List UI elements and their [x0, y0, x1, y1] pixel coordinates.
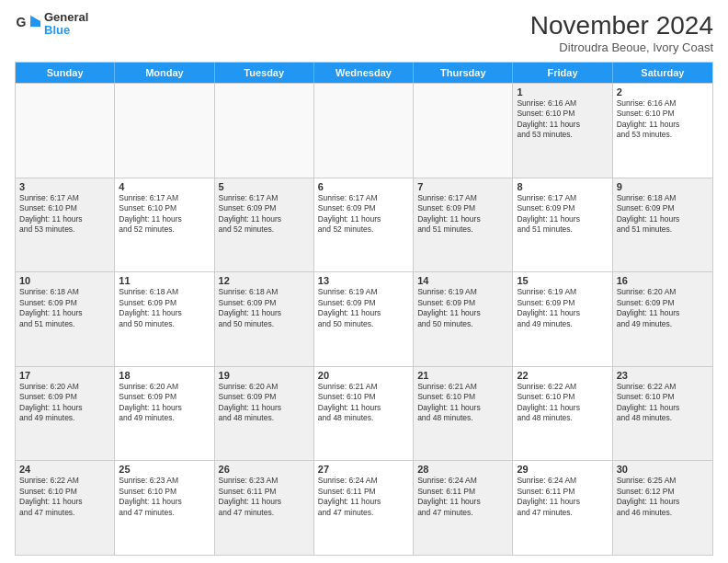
day-number: 24 [19, 464, 110, 475]
day-number: 15 [517, 275, 608, 286]
day-number: 30 [617, 464, 709, 475]
empty-cell [16, 84, 115, 178]
day-number: 19 [219, 370, 310, 381]
header-cell-monday: Monday [115, 63, 214, 83]
day-number: 18 [119, 370, 210, 381]
day-number: 2 [617, 86, 709, 98]
day-cell-1: 1Sunrise: 6:16 AM Sunset: 6:10 PM Daylig… [513, 84, 612, 178]
page: G General Blue November 2024 Ditroudra B… [0, 0, 728, 563]
week-row-2: 3Sunrise: 6:17 AM Sunset: 6:10 PM Daylig… [16, 178, 712, 272]
week-row-1: 1Sunrise: 6:16 AM Sunset: 6:10 PM Daylig… [16, 83, 712, 178]
day-cell-18: 18Sunrise: 6:20 AM Sunset: 6:09 PM Dayli… [115, 367, 214, 461]
day-cell-16: 16Sunrise: 6:20 AM Sunset: 6:09 PM Dayli… [613, 272, 712, 366]
day-info: Sunrise: 6:17 AM Sunset: 6:09 PM Dayligh… [318, 193, 409, 236]
title-block: November 2024 Ditroudra Beoue, Ivory Coa… [530, 11, 713, 54]
day-info: Sunrise: 6:22 AM Sunset: 6:10 PM Dayligh… [517, 382, 608, 424]
day-cell-19: 19Sunrise: 6:20 AM Sunset: 6:09 PM Dayli… [215, 367, 314, 461]
day-cell-4: 4Sunrise: 6:17 AM Sunset: 6:10 PM Daylig… [115, 178, 214, 272]
day-cell-30: 30Sunrise: 6:25 AM Sunset: 6:12 PM Dayli… [613, 461, 712, 555]
day-cell-3: 3Sunrise: 6:17 AM Sunset: 6:10 PM Daylig… [16, 178, 115, 272]
day-number: 8 [517, 181, 608, 192]
day-info: Sunrise: 6:17 AM Sunset: 6:10 PM Dayligh… [119, 193, 210, 236]
day-cell-14: 14Sunrise: 6:19 AM Sunset: 6:09 PM Dayli… [414, 272, 513, 366]
day-number: 29 [517, 464, 608, 475]
day-cell-5: 5Sunrise: 6:17 AM Sunset: 6:09 PM Daylig… [215, 178, 314, 272]
day-info: Sunrise: 6:25 AM Sunset: 6:12 PM Dayligh… [617, 476, 709, 518]
logo-text: General Blue [44, 11, 88, 38]
day-info: Sunrise: 6:18 AM Sunset: 6:09 PM Dayligh… [19, 287, 110, 329]
day-info: Sunrise: 6:23 AM Sunset: 6:10 PM Dayligh… [119, 476, 210, 518]
calendar-body: 1Sunrise: 6:16 AM Sunset: 6:10 PM Daylig… [16, 83, 712, 555]
day-cell-23: 23Sunrise: 6:22 AM Sunset: 6:10 PM Dayli… [613, 367, 712, 461]
day-cell-27: 27Sunrise: 6:24 AM Sunset: 6:11 PM Dayli… [314, 461, 414, 555]
day-cell-25: 25Sunrise: 6:23 AM Sunset: 6:10 PM Dayli… [115, 461, 214, 555]
header-cell-tuesday: Tuesday [215, 63, 314, 83]
day-number: 10 [19, 275, 110, 286]
day-info: Sunrise: 6:16 AM Sunset: 6:10 PM Dayligh… [517, 98, 608, 141]
day-info: Sunrise: 6:17 AM Sunset: 6:09 PM Dayligh… [417, 193, 508, 236]
day-number: 13 [318, 275, 409, 286]
day-info: Sunrise: 6:16 AM Sunset: 6:10 PM Dayligh… [617, 98, 709, 141]
calendar: SundayMondayTuesdayWednesdayThursdayFrid… [15, 62, 713, 556]
day-info: Sunrise: 6:20 AM Sunset: 6:09 PM Dayligh… [119, 382, 210, 424]
day-cell-21: 21Sunrise: 6:21 AM Sunset: 6:10 PM Dayli… [414, 367, 513, 461]
day-cell-12: 12Sunrise: 6:18 AM Sunset: 6:09 PM Dayli… [215, 272, 314, 366]
empty-cell [115, 84, 214, 178]
day-cell-11: 11Sunrise: 6:18 AM Sunset: 6:09 PM Dayli… [115, 272, 214, 366]
day-info: Sunrise: 6:17 AM Sunset: 6:09 PM Dayligh… [219, 193, 310, 236]
svg-rect-3 [30, 21, 40, 27]
day-info: Sunrise: 6:19 AM Sunset: 6:09 PM Dayligh… [417, 287, 508, 329]
header-cell-thursday: Thursday [414, 63, 513, 83]
logo: G General Blue [15, 11, 88, 38]
day-info: Sunrise: 6:18 AM Sunset: 6:09 PM Dayligh… [617, 193, 709, 236]
day-number: 17 [19, 370, 110, 381]
day-cell-9: 9Sunrise: 6:18 AM Sunset: 6:09 PM Daylig… [613, 178, 712, 272]
day-cell-28: 28Sunrise: 6:24 AM Sunset: 6:11 PM Dayli… [414, 461, 513, 555]
day-number: 26 [219, 464, 310, 475]
day-info: Sunrise: 6:18 AM Sunset: 6:09 PM Dayligh… [119, 287, 210, 329]
day-number: 3 [19, 181, 110, 192]
header: G General Blue November 2024 Ditroudra B… [15, 11, 713, 54]
day-number: 6 [318, 181, 409, 192]
day-info: Sunrise: 6:24 AM Sunset: 6:11 PM Dayligh… [517, 476, 608, 518]
day-number: 11 [119, 275, 210, 286]
day-number: 14 [417, 275, 508, 286]
day-number: 5 [219, 181, 310, 192]
day-info: Sunrise: 6:23 AM Sunset: 6:11 PM Dayligh… [219, 476, 310, 518]
calendar-header: SundayMondayTuesdayWednesdayThursdayFrid… [16, 63, 712, 83]
day-cell-26: 26Sunrise: 6:23 AM Sunset: 6:11 PM Dayli… [215, 461, 314, 555]
month-title: November 2024 [530, 11, 713, 40]
day-cell-8: 8Sunrise: 6:17 AM Sunset: 6:09 PM Daylig… [513, 178, 612, 272]
day-info: Sunrise: 6:19 AM Sunset: 6:09 PM Dayligh… [318, 287, 409, 329]
day-cell-29: 29Sunrise: 6:24 AM Sunset: 6:11 PM Dayli… [513, 461, 612, 555]
day-info: Sunrise: 6:17 AM Sunset: 6:09 PM Dayligh… [517, 193, 608, 236]
day-cell-17: 17Sunrise: 6:20 AM Sunset: 6:09 PM Dayli… [16, 367, 115, 461]
week-row-5: 24Sunrise: 6:22 AM Sunset: 6:10 PM Dayli… [16, 460, 712, 555]
day-cell-13: 13Sunrise: 6:19 AM Sunset: 6:09 PM Dayli… [314, 272, 414, 366]
day-info: Sunrise: 6:22 AM Sunset: 6:10 PM Dayligh… [19, 476, 110, 518]
svg-text:G: G [17, 15, 27, 29]
day-cell-22: 22Sunrise: 6:22 AM Sunset: 6:10 PM Dayli… [513, 367, 612, 461]
day-number: 4 [119, 181, 210, 192]
day-number: 9 [617, 181, 709, 192]
day-number: 20 [318, 370, 409, 381]
day-info: Sunrise: 6:20 AM Sunset: 6:09 PM Dayligh… [19, 382, 110, 424]
week-row-3: 10Sunrise: 6:18 AM Sunset: 6:09 PM Dayli… [16, 271, 712, 366]
day-number: 28 [417, 464, 508, 475]
day-info: Sunrise: 6:18 AM Sunset: 6:09 PM Dayligh… [219, 287, 310, 329]
day-cell-20: 20Sunrise: 6:21 AM Sunset: 6:10 PM Dayli… [314, 367, 414, 461]
day-cell-24: 24Sunrise: 6:22 AM Sunset: 6:10 PM Dayli… [16, 461, 115, 555]
day-info: Sunrise: 6:20 AM Sunset: 6:09 PM Dayligh… [617, 287, 709, 329]
header-cell-wednesday: Wednesday [314, 63, 414, 83]
day-number: 1 [517, 86, 608, 98]
header-cell-friday: Friday [513, 63, 612, 83]
empty-cell [215, 84, 314, 178]
day-cell-6: 6Sunrise: 6:17 AM Sunset: 6:09 PM Daylig… [314, 178, 414, 272]
day-info: Sunrise: 6:24 AM Sunset: 6:11 PM Dayligh… [417, 476, 508, 518]
day-number: 7 [417, 181, 508, 192]
day-number: 25 [119, 464, 210, 475]
day-info: Sunrise: 6:19 AM Sunset: 6:09 PM Dayligh… [517, 287, 608, 329]
day-info: Sunrise: 6:21 AM Sunset: 6:10 PM Dayligh… [318, 382, 409, 424]
week-row-4: 17Sunrise: 6:20 AM Sunset: 6:09 PM Dayli… [16, 366, 712, 461]
empty-cell [314, 84, 414, 178]
